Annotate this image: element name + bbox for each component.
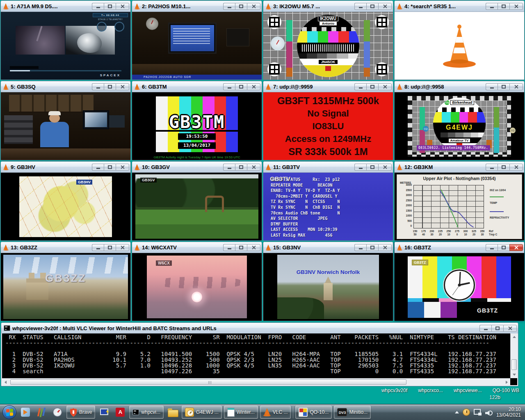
titlebar[interactable]: 15: GB3NV	[263, 242, 393, 253]
tray-expand-icon[interactable]	[455, 411, 459, 413]
minimize-button[interactable]	[223, 164, 235, 171]
close-button[interactable]	[378, 164, 392, 171]
close-button[interactable]	[509, 244, 523, 251]
close-button[interactable]	[378, 83, 392, 90]
maximize-button[interactable]	[235, 164, 247, 171]
minimize-button[interactable]	[354, 244, 366, 251]
video-a71a-spacex[interactable]: T+ 00:08:44 STAGE 2 TELEMETRY SPACEX	[1, 11, 130, 80]
maximize-button[interactable]	[366, 164, 378, 171]
desktop-icon-label[interactable]: QO-100 WB	[493, 388, 519, 393]
titlebar[interactable]: 7: udp://@:9959	[263, 81, 393, 92]
taskbar-clock[interactable]: 20:10 13/04/2021	[496, 406, 521, 418]
maximize-button[interactable]	[366, 244, 378, 251]
maximize-button[interactable]	[366, 83, 378, 90]
titlebar[interactable]: 4: *search* SR35 1...	[395, 1, 524, 11]
minimize-button[interactable]	[354, 3, 366, 10]
titlebar[interactable]: 11: GB3TV	[263, 162, 393, 172]
close-button[interactable]	[378, 244, 392, 251]
video-gb3tz-testcard[interactable]: GB3TZ GB3TZ	[395, 253, 524, 321]
close-button[interactable]	[247, 244, 260, 251]
maximize-button[interactable]	[104, 164, 116, 171]
video-gb3ft-nosignal[interactable]: GB3FT 1315MHz 500k No Signal IO83LU Acce…	[263, 92, 393, 160]
titlebar[interactable]: 9: GB3HV	[1, 162, 130, 172]
taskbar-button-vlc[interactable]: VLC ...	[260, 406, 291, 419]
maximize-button[interactable]	[104, 244, 116, 251]
minimize-button[interactable]	[92, 244, 104, 251]
maximize-button[interactable]	[498, 164, 509, 171]
vertical-scroll-thumb[interactable]	[511, 359, 517, 370]
minimize-button[interactable]	[223, 3, 235, 10]
video-gb3nv-norwich[interactable]: GB3NV Norwich Norfolk	[263, 253, 393, 321]
titlebar[interactable]: 13: GB3ZZ	[1, 242, 130, 253]
horizontal-scroll-thumb[interactable]	[10, 379, 406, 385]
titlebar[interactable]: 12: GB3KM	[395, 162, 524, 172]
desktop-icon-label[interactable]: whpcviewe...	[454, 388, 482, 393]
taskbar-button-brave[interactable]: Brave	[66, 406, 95, 419]
taskbar-button-minitioune[interactable]: DV3 Minitio...	[334, 406, 371, 419]
video-w6cx-sunset[interactable]: W6CX	[132, 253, 262, 321]
video-gb3zz-city[interactable]: GB3ZZ	[1, 253, 130, 321]
close-button[interactable]	[247, 164, 260, 171]
video-gb3km-upper-air-plot[interactable]: Upper Air Plot - Nottingham (03354) METE…	[395, 172, 524, 240]
start-button[interactable]	[2, 405, 16, 419]
maximize-button[interactable]	[104, 3, 116, 10]
titlebar[interactable]: 5: GB3SQ	[1, 81, 130, 92]
scroll-left-button[interactable]	[3, 379, 8, 385]
titlebar[interactable]: whpcviewer-3v20f : Multi VLC Viewer for …	[1, 323, 518, 333]
maximize-button[interactable]	[491, 325, 503, 332]
minimize-button[interactable]	[486, 3, 498, 10]
close-button[interactable]	[509, 164, 523, 171]
minimize-button[interactable]	[486, 244, 498, 251]
video-gb3gv-park[interactable]: GB3GV	[132, 172, 262, 240]
speaker-icon[interactable]	[485, 409, 493, 415]
maximize-button[interactable]	[235, 244, 247, 251]
tray-clock-app-icon[interactable]	[463, 409, 470, 416]
maximize-button[interactable]	[235, 83, 247, 90]
taskbar-item-explorer[interactable]	[166, 406, 180, 419]
close-button[interactable]	[247, 3, 260, 10]
minimize-button[interactable]	[92, 164, 104, 171]
titlebar[interactable]: 2: PA2HOS M10.1...	[132, 1, 262, 11]
taskbar-button-g4ewj-mail[interactable]: G4EWJ ...	[182, 406, 222, 419]
scroll-up-button[interactable]	[511, 334, 517, 340]
taskbar-item-adobe-reader[interactable]: A	[113, 406, 127, 419]
close-button[interactable]	[116, 244, 129, 251]
video-g4ewj-testcard[interactable]: CQ CQ Birkenhead G4EWJ Amateur TV	[395, 92, 524, 160]
taskbar-item-media-player[interactable]	[18, 406, 32, 419]
video-search-no-stream[interactable]	[395, 11, 524, 80]
titlebar[interactable]: 8: udp://@:9958	[395, 81, 524, 92]
taskbar-button-qo100[interactable]: QO-10...	[295, 406, 332, 419]
video-gb3tm-testcard[interactable]: GB3TM 19:53:50 13/04/2017 GB3TM Activity…	[132, 92, 262, 160]
minimize-button[interactable]	[92, 83, 104, 90]
maximize-button[interactable]	[104, 83, 116, 90]
horizontal-scrollbar[interactable]	[2, 378, 510, 385]
close-button[interactable]	[509, 3, 523, 10]
desktop-icon-label[interactable]: whpcrxco...	[418, 388, 443, 393]
video-ik2owu-testcard[interactable]: IK2OWU Antonio JN45OK	[263, 11, 393, 80]
minimize-button[interactable]	[486, 83, 498, 90]
minimize-button[interactable]	[354, 164, 366, 171]
close-button[interactable]	[503, 325, 517, 332]
maximize-button[interactable]	[498, 83, 509, 90]
taskbar-item-remote-pc[interactable]	[97, 406, 111, 419]
scroll-down-button[interactable]	[511, 372, 517, 377]
scroll-right-button[interactable]	[504, 379, 509, 385]
console-output-area[interactable]: RX STATUS CALLSIGN MER D FREQUENCY SR MO…	[2, 333, 517, 385]
vertical-scrollbar[interactable]	[510, 333, 517, 378]
taskbar-button-whpcviewer[interactable]: whpcvi...	[129, 406, 164, 419]
maximize-button[interactable]	[498, 244, 509, 251]
close-button[interactable]	[116, 164, 129, 171]
maximize-button[interactable]	[366, 3, 378, 10]
minimize-button[interactable]	[354, 83, 366, 90]
minimize-button[interactable]	[223, 83, 235, 90]
video-gb3tv-status[interactable]: GB3TV STATUS Rx: 23 p12REPEATER MODE BEA…	[263, 172, 393, 240]
close-button[interactable]	[247, 83, 260, 90]
titlebar[interactable]: 16: GB3TZ	[395, 242, 524, 253]
taskbar-item-media-app[interactable]	[34, 406, 48, 419]
minimize-button[interactable]	[486, 164, 498, 171]
network-icon[interactable]	[474, 409, 482, 415]
minimize-button[interactable]	[479, 325, 491, 332]
minimize-button[interactable]	[92, 3, 104, 10]
close-button[interactable]	[509, 83, 523, 90]
desktop-icon-label[interactable]: whpcv3v20f	[381, 388, 407, 393]
